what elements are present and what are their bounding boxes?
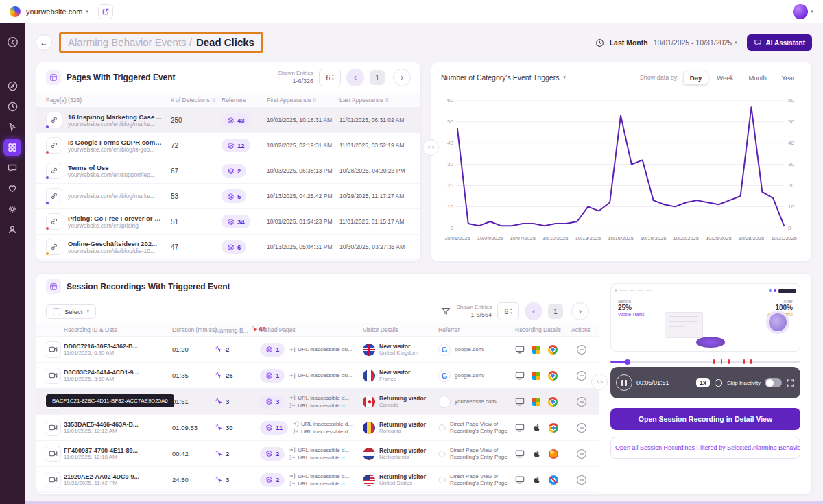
- svg-text:20: 20: [788, 182, 794, 189]
- recording-id: DD8C7216-30F3-4362-B...: [64, 343, 172, 350]
- row-actions-button[interactable]: [576, 396, 587, 407]
- open-all-button[interactable]: Open all Session Recordings Filtered by …: [610, 437, 800, 459]
- layers-icon: [265, 398, 273, 405]
- table-row[interactable]: 3353DAE5-4466-463A-B... 11/01/2025, 12:1…: [36, 415, 599, 441]
- table-row[interactable]: Pricing: Go Free Forever or C... yourweb…: [36, 209, 420, 235]
- globe-graphic: [766, 311, 789, 334]
- column-duration[interactable]: Duration (mm:ss): [172, 326, 215, 333]
- recording-preview[interactable]: Before 25% Visible Traffic After 100% Vi…: [610, 283, 800, 352]
- column-detections[interactable]: # of Detections⇅: [171, 97, 222, 104]
- row-actions-button[interactable]: [576, 344, 587, 355]
- next-page-button[interactable]: ›: [393, 69, 411, 86]
- column-last-appearance[interactable]: Last Appearance⇅: [339, 97, 412, 104]
- sidebar-item-favorites[interactable]: [3, 180, 21, 197]
- player-timeline[interactable]: [610, 357, 800, 365]
- detections-count: 53: [171, 193, 222, 200]
- sidebar-item-dashboard[interactable]: [3, 77, 21, 95]
- table-row[interactable]: FF400937-4790-4E11-89... 11/01/2025, 12:…: [36, 441, 599, 467]
- ai-assistant-button[interactable]: AI Assistant: [747, 34, 812, 51]
- referrers-badge[interactable]: 5: [222, 189, 246, 203]
- referrer-text: yourwebsite.com/: [455, 398, 497, 405]
- purple-graphic: [696, 337, 725, 348]
- referrers-badge[interactable]: 6: [222, 240, 246, 254]
- prev-page-button[interactable]: ‹: [346, 69, 364, 86]
- sidebar-item-feedback[interactable]: [3, 159, 21, 177]
- visited-count-badge[interactable]: 2: [260, 447, 285, 461]
- column-first-appearance[interactable]: First Appearance⇅: [267, 97, 339, 104]
- video-camera-icon: [49, 423, 58, 432]
- page-size-stepper[interactable]: 6 ▴▾: [319, 69, 341, 86]
- visited-count-badge[interactable]: 1: [260, 343, 285, 357]
- checkbox[interactable]: [53, 308, 60, 315]
- page-title: Online-Geschäftsideen 202...: [68, 240, 164, 248]
- visited-page: URL inaccessible d...: [292, 420, 353, 427]
- select-dropdown[interactable]: Select ▾: [46, 304, 96, 319]
- table-row[interactable]: DD8C7216-30F3-4362-B... 11/01/2025, 6:30…: [36, 337, 599, 363]
- granularity-year[interactable]: Year: [775, 71, 802, 85]
- referrers-badge[interactable]: 43: [222, 113, 250, 127]
- row-actions-button[interactable]: [576, 422, 587, 433]
- row-actions-button[interactable]: [576, 370, 587, 381]
- fullscreen-button[interactable]: [786, 379, 795, 387]
- event-marker: [728, 359, 730, 364]
- alarming-count: 30: [215, 424, 260, 432]
- granularity-week[interactable]: Week: [710, 71, 740, 85]
- granularity-month[interactable]: Month: [741, 71, 773, 85]
- sidebar-collapse-button[interactable]: [3, 33, 21, 51]
- speed-button[interactable]: 1x: [696, 378, 710, 387]
- table-row[interactable]: D3C83C24-0414-4CD1-9... 11/01/2025, 3:50…: [36, 363, 599, 389]
- table-row[interactable]: Online-Geschäftsideen 202... yourwebsite…: [36, 235, 420, 260]
- heart-icon: [7, 183, 18, 194]
- sidebar-item-settings[interactable]: [3, 200, 21, 218]
- back-button[interactable]: ←: [36, 34, 52, 51]
- pause-button[interactable]: [616, 374, 632, 391]
- svg-text:10/19/2025: 10/19/2025: [641, 235, 666, 241]
- row-actions-button[interactable]: [576, 475, 587, 485]
- visited-count-badge[interactable]: 3: [260, 395, 285, 409]
- table-row[interactable]: 16 Inspiring Marketing Case ... yourwebs…: [36, 108, 420, 133]
- metric-selector[interactable]: Number of Category's Event Triggers ▾: [441, 73, 566, 82]
- row-actions-button[interactable]: [576, 448, 587, 459]
- column-alarming[interactable]: Alarming B...66: [215, 326, 260, 334]
- prev-page-button[interactable]: ‹: [525, 302, 542, 320]
- column-pages[interactable]: Page(s) (326): [46, 97, 171, 104]
- site-selector[interactable]: yourwebsite.com ▾: [26, 8, 88, 16]
- column-recording-id[interactable]: Recording ID & Date: [64, 326, 172, 333]
- page-link-icon: [46, 188, 62, 204]
- chevron-down-icon: ▾: [811, 9, 813, 14]
- granularity-day[interactable]: Day: [683, 71, 708, 85]
- referrers-badge[interactable]: 2: [222, 164, 246, 178]
- svg-text:0: 0: [788, 225, 791, 231]
- collapse-preview-button[interactable]: [591, 374, 608, 390]
- visited-count-badge[interactable]: 11: [260, 421, 288, 435]
- open-site-button[interactable]: [98, 4, 113, 19]
- referrers-badge[interactable]: 34: [222, 215, 250, 228]
- table-row[interactable]: 21929AE2-AA02-4DC9-9... 10/31/2025, 11:4…: [36, 467, 599, 493]
- sidebar-item-account[interactable]: [3, 221, 21, 239]
- skip-inactivity-toggle[interactable]: [765, 378, 782, 387]
- next-page-button[interactable]: ›: [571, 302, 589, 320]
- visited-count-badge[interactable]: 1: [260, 369, 285, 383]
- apple-os-icon: [532, 475, 541, 484]
- scroll-strip[interactable]: [25, 501, 823, 504]
- open-detail-button[interactable]: Open Session Recording in Detail View: [610, 408, 800, 430]
- referrers-badge[interactable]: 12: [222, 139, 250, 152]
- visited-count-badge[interactable]: 2: [260, 473, 285, 487]
- filter-button[interactable]: [441, 307, 451, 316]
- sidebar-item-events[interactable]: [3, 139, 21, 156]
- date-range-selector[interactable]: 10/01/2025 - 10/31/2025 ▾: [654, 38, 737, 47]
- entry-page-icon: [289, 446, 296, 453]
- first-appearance: 10/13/2025, 04:25:42 PM: [267, 193, 339, 200]
- show-data-by-label: Show data by:: [640, 74, 679, 81]
- avatar[interactable]: [793, 4, 808, 19]
- sidebar-item-interactions[interactable]: [3, 118, 21, 136]
- desktop-icon: [515, 423, 525, 433]
- collapse-panel-button[interactable]: [422, 139, 439, 156]
- table-row[interactable]: Terms of Use yourwebsite.com/en/support/…: [36, 158, 420, 184]
- timeline-handle[interactable]: [625, 359, 630, 365]
- page-size-stepper[interactable]: 6 ▴▾: [497, 302, 519, 320]
- entry-page-icon: [289, 372, 296, 379]
- sidebar-item-history[interactable]: [3, 97, 21, 115]
- table-row[interactable]: Is Google Forms GDPR comp... yourwebsite…: [36, 133, 420, 158]
- table-row[interactable]: yourwebsite.com/en/blog/marke... 53 5 10…: [36, 184, 420, 209]
